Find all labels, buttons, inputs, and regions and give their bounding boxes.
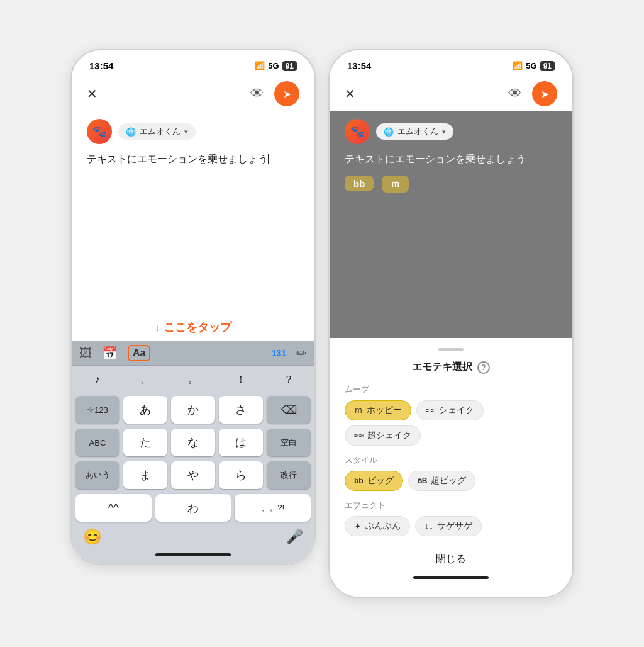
key-ka[interactable]: か: [171, 396, 215, 424]
key-enter[interactable]: 改行: [267, 461, 311, 489]
left-status-time: 13:54: [89, 60, 113, 71]
key-123[interactable]: ☆123: [75, 396, 119, 424]
left-send-button[interactable]: ➤: [274, 81, 299, 106]
key-wa[interactable]: わ: [155, 494, 231, 522]
chip-super-shake-label: 超シェイク: [367, 430, 411, 441]
key-ta[interactable]: た: [123, 429, 167, 456]
left-eye-icon[interactable]: 👁: [250, 86, 264, 102]
chip-big[interactable]: bb ビッグ: [345, 471, 403, 491]
chip-sagesage[interactable]: ↓↓ サゲサゲ: [415, 516, 482, 536]
help-icon[interactable]: ?: [477, 361, 490, 374]
m-badge: ｍ: [382, 176, 409, 193]
right-status-right: 📶 5G 91: [513, 61, 555, 71]
chip-sagesage-icon: ↓↓: [425, 521, 433, 531]
chip-big-icon: bb: [354, 476, 364, 485]
right-globe-icon: 🌐: [384, 127, 394, 137]
keyboard-row-4: ^^ わ 、。?!: [72, 492, 314, 524]
key-ma[interactable]: ま: [123, 461, 167, 489]
right-status-bar: 13:54 📶 5G 91: [330, 50, 572, 76]
hint-text: ↓ ここをタップ: [155, 320, 231, 335]
left-battery: 91: [282, 61, 297, 71]
left-home-indicator: [155, 553, 231, 556]
chip-super-shake[interactable]: ≈≈ 超シェイク: [345, 425, 421, 446]
panel-title-text: エモテキ選択: [412, 361, 472, 374]
key-mic[interactable]: 🎤: [286, 529, 303, 545]
chip-bunbun-label: ぶんぶん: [365, 520, 401, 532]
right-nav-right: 👁 ➤: [508, 81, 557, 106]
left-post-text[interactable]: テキストにエモーションを乗せましょう: [87, 152, 299, 167]
left-status-right: 📶 5G 91: [255, 61, 297, 71]
left-avatar: 🐾: [87, 119, 112, 144]
chip-super-big-icon: ʙB: [418, 476, 428, 485]
left-close-icon[interactable]: ✕: [87, 86, 97, 101]
panel-close-button[interactable]: 閉じる: [345, 545, 557, 573]
keyboard-aa-label: Aa: [133, 347, 145, 358]
left-content-area: 🐾 🌐 エムオくん ▾ テキストにエモーションを乗せましょう: [72, 111, 314, 301]
right-nav-bar: ✕ 👁 ➤: [330, 76, 572, 111]
right-eye-icon[interactable]: 👁: [508, 86, 522, 102]
key-exclaim[interactable]: ！: [219, 368, 263, 391]
right-network: 5G: [526, 61, 536, 70]
left-network: 5G: [268, 61, 279, 70]
left-nav-bar: ✕ 👁 ➤: [72, 76, 314, 111]
left-globe-icon: 🌐: [126, 127, 136, 137]
right-signal-icon: 📶: [513, 61, 523, 70]
key-period[interactable]: 。: [171, 368, 215, 391]
section-style-chips: bb ビッグ ʙB 超ビッグ: [345, 471, 557, 491]
hint-label: ここをタップ: [164, 320, 231, 335]
right-send-icon: ➤: [541, 88, 549, 100]
right-badges-row: bb ｍ: [345, 176, 557, 193]
section-move-chips: ｍ ホッピー ≈≈ シェイク ≈≈ 超シェイク: [345, 400, 557, 446]
chip-big-label: ビッグ: [367, 475, 394, 487]
key-abc[interactable]: ABC: [75, 429, 119, 456]
chip-super-big-label: 超ビッグ: [431, 475, 466, 487]
key-ya[interactable]: や: [171, 461, 215, 489]
key-comma[interactable]: 、: [123, 368, 167, 391]
hint-arrow-icon: ↓: [155, 321, 161, 334]
signal-bars-icon: 📶: [255, 61, 265, 70]
chip-super-big[interactable]: ʙB 超ビッグ: [408, 471, 476, 491]
chip-shake[interactable]: ≈≈ シェイク: [416, 400, 484, 420]
key-emoji[interactable]: 😊: [83, 528, 102, 546]
chip-shake-label: シェイク: [439, 405, 474, 416]
keyboard-photo-icon[interactable]: 🖼: [79, 346, 92, 361]
keyboard-aa-button[interactable]: Aa: [128, 345, 150, 361]
key-sa[interactable]: さ: [219, 396, 263, 424]
chip-hoppy[interactable]: ｍ ホッピー: [345, 400, 411, 420]
chip-hoppy-label: ホッピー: [367, 405, 402, 416]
keyboard-calendar-icon[interactable]: 📅: [102, 346, 118, 361]
keyboard-punct-row: ♪ 、 。 ！ ？: [72, 366, 314, 393]
left-user-row: 🐾 🌐 エムオくん ▾: [87, 119, 299, 144]
right-home-indicator: [413, 576, 489, 579]
left-user-chip[interactable]: 🌐 エムオくん ▾: [118, 123, 196, 140]
left-phone: 13:54 📶 5G 91 ✕ 👁 ➤ 🐾 🌐 エム: [70, 49, 316, 565]
right-chevron-icon: ▾: [442, 128, 446, 136]
right-user-chip[interactable]: 🌐 エムオくん ▾: [376, 123, 453, 140]
key-ha[interactable]: は: [219, 429, 263, 456]
key-tilde[interactable]: ^^: [75, 494, 152, 522]
right-post-text: テキストにエモーションを乗せましょう: [345, 152, 557, 167]
key-space[interactable]: 空白: [267, 429, 311, 456]
keyboard-row-1: ☆123 あ か さ ⌫: [72, 393, 314, 426]
key-na[interactable]: な: [171, 429, 215, 456]
chip-bunbun[interactable]: ✦ ぶんぶん: [345, 516, 410, 536]
right-dark-content: 🐾 🌐 エムオくん ▾ テキストにエモーションを乗せましょう bb ｍ: [330, 111, 572, 338]
key-backspace[interactable]: ⌫: [267, 396, 311, 424]
right-close-icon[interactable]: ✕: [345, 86, 355, 101]
keyboard-pencil-icon[interactable]: ✏: [296, 346, 307, 361]
app-container: 13:54 📶 5G 91 ✕ 👁 ➤ 🐾 🌐 エム: [70, 49, 574, 598]
hint-area: ↓ ここをタップ: [72, 301, 314, 341]
right-send-button[interactable]: ➤: [532, 81, 557, 106]
key-punct-combo[interactable]: 、。?!: [235, 494, 311, 522]
key-question[interactable]: ？: [267, 368, 311, 391]
key-note[interactable]: ♪: [75, 368, 119, 391]
keyboard-row-2: ABC た な は 空白: [72, 426, 314, 459]
key-aiу[interactable]: あいう: [75, 461, 119, 489]
left-send-icon: ➤: [283, 88, 291, 100]
panel-handle: [438, 348, 464, 351]
text-cursor: [268, 154, 269, 164]
key-ra[interactable]: ら: [219, 461, 263, 489]
left-chevron-icon: ▾: [184, 128, 188, 136]
key-a[interactable]: あ: [123, 396, 167, 424]
left-nav-right: 👁 ➤: [250, 81, 299, 106]
